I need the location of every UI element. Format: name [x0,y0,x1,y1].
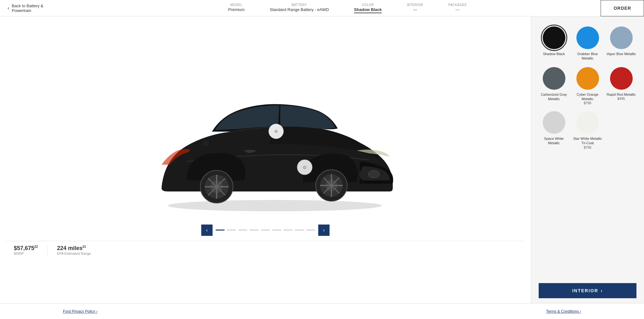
interior-button[interactable]: INTERIOR › [539,283,636,298]
color-name-shadow-black: Shadow Black [543,52,565,56]
nav-step-color[interactable]: ColorShadow Black [341,3,394,13]
color-item-rapid-red[interactable]: Rapid Red Metallic$495 [606,67,636,105]
terms-link[interactable]: Terms & Conditions › [546,309,581,314]
color-name-rapid-red: Rapid Red Metallic [607,92,636,97]
color-swatch-space-white[interactable] [543,111,565,134]
nav-step-interior[interactable]: Interior--- [394,3,436,13]
price-value: $57,67522 [14,245,38,252]
color-swatch-cyber-orange[interactable] [576,67,599,90]
color-item-grabber-blue[interactable]: Grabber Blue Metallic [572,26,603,61]
nav-step-packages[interactable]: Packages--- [436,3,479,13]
carousel-prev-button[interactable]: ‹ [201,225,213,236]
color-swatch-carbonized-gray[interactable] [543,67,565,90]
color-name-cyber-orange: Cyber Orange Metallic [572,92,603,101]
rotate-icon: ⊙ [275,129,278,134]
nav-step-model[interactable]: ModelPremium [216,3,257,13]
footer: Ford Privacy Policy › Terms & Conditions… [0,303,644,319]
color-swatch-vapor-blue[interactable] [610,26,633,49]
nav-step-battery[interactable]: BatteryStandard Range Battery - eAWD [257,3,341,13]
color-price-rapid-red: $495 [617,97,625,100]
carousel-dots [216,230,315,231]
color-swatch-shadow-black[interactable] [543,26,565,49]
carousel-dot-3[interactable] [250,230,258,231]
svg-point-1 [368,170,380,178]
carousel-dot-4[interactable] [261,230,270,231]
car-image: ⊙ [124,67,407,212]
right-panel: Shadow BlackGrabber Blue MetallicVapor B… [531,16,644,303]
interior-arrow-icon: › [601,288,603,293]
carousel-next-button[interactable]: › [318,225,330,236]
car-image-container: ⊙ ⊙ [124,61,407,218]
color-grid: Shadow BlackGrabber Blue MetallicVapor B… [531,16,644,278]
price-label: MSRP [14,252,38,255]
color-item-vapor-blue[interactable]: Vapor Blue Metallic [606,26,636,61]
back-label: Back to Battery & Powertrain [12,3,43,13]
color-item-shadow-black[interactable]: Shadow Black [539,26,569,61]
color-name-carbonized-gray: Carbonized Gray Metallic [539,92,569,101]
svg-text:⊙: ⊙ [303,165,307,170]
rotate-button[interactable]: ⊙ [269,124,284,139]
color-name-vapor-blue: Vapor Blue Metallic [607,52,636,56]
back-arrow-icon: ‹ [8,5,9,11]
range-label: EPA Estimated Range [57,252,91,255]
nav-bar: ‹ Back to Battery & Powertrain ModelPrem… [0,0,644,16]
carousel-dot-0[interactable] [216,230,225,231]
carousel-dot-2[interactable] [238,230,247,231]
color-name-star-white: Star White Metallic Tri-Coat [572,136,603,145]
color-item-carbonized-gray[interactable]: Carbonized Gray Metallic [539,67,569,105]
color-name-grabber-blue: Grabber Blue Metallic [572,52,603,61]
color-swatch-star-white[interactable] [576,111,599,134]
color-item-star-white[interactable]: Star White Metallic Tri-Coat$795 [572,111,603,149]
privacy-policy-link[interactable]: Ford Privacy Policy › [63,309,97,314]
svg-point-0 [168,200,382,211]
carousel-dot-6[interactable] [284,230,292,231]
price-section: $57,67522 MSRP [14,245,47,255]
carousel-dot-7[interactable] [295,230,304,231]
color-item-cyber-orange[interactable]: Cyber Orange Metallic$795 [572,67,603,105]
range-section: 224 miles21 EPA Estimated Range [47,245,91,255]
order-button[interactable]: ORDER [601,0,644,16]
color-price-cyber-orange: $795 [584,101,591,105]
back-link[interactable]: ‹ Back to Battery & Powertrain [0,3,51,13]
color-name-space-white: Space White Metallic [539,136,569,145]
info-bar: $57,67522 MSRP 224 miles21 EPA Estimated… [6,241,525,259]
carousel-controls: ‹ › [201,225,330,236]
nav-steps: ModelPremiumBatteryStandard Range Batter… [51,3,644,13]
color-swatch-rapid-red[interactable] [610,67,633,90]
color-swatch-grabber-blue[interactable] [576,26,599,49]
color-item-space-white[interactable]: Space White Metallic [539,111,569,149]
carousel-dot-8[interactable] [306,230,315,231]
main-layout: ⊙ ⊙ ‹ › $57,67522 MSRP [0,16,644,303]
range-value: 224 miles21 [57,245,91,252]
carousel-dot-1[interactable] [227,230,236,231]
color-price-star-white: $795 [584,145,591,149]
car-area: ⊙ ⊙ ‹ › $57,67522 MSRP [0,16,531,303]
carousel-dot-5[interactable] [272,230,281,231]
